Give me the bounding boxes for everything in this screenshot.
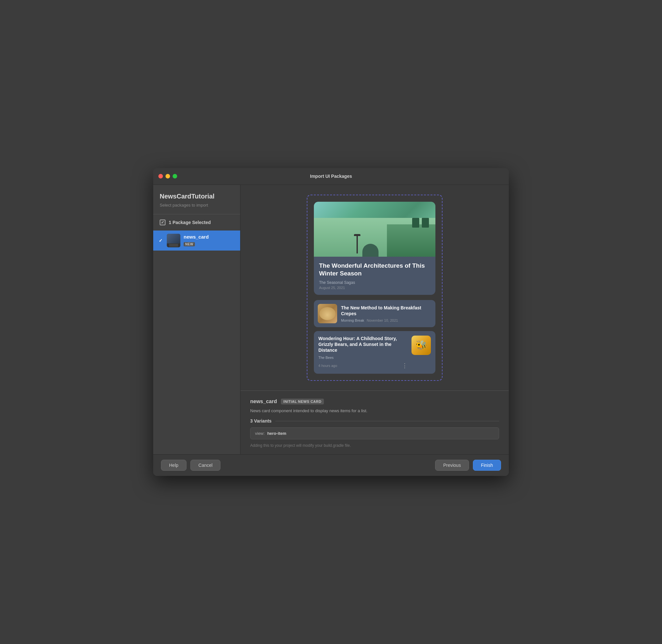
reverse-card: Wondering Hour: A Childhood Story, Grizz… [314, 331, 435, 374]
food-decoration [320, 307, 335, 320]
thumb-line-group [169, 244, 178, 246]
finish-button[interactable]: Finish [473, 460, 501, 471]
project-name: NewsCardTutorial [153, 193, 240, 203]
package-selected-checkbox[interactable] [160, 220, 166, 225]
cancel-button[interactable]: Cancel [190, 460, 221, 471]
package-name: news_card [184, 234, 236, 239]
hero-card: The Wonderful Architectures of This Wint… [314, 202, 435, 295]
main-content: NewsCardTutorial Select packages to impo… [153, 185, 509, 455]
reverse-card-source: The Bees [318, 355, 408, 360]
detail-description: News card component intended to display … [250, 408, 499, 413]
package-thumbnail [167, 234, 180, 247]
help-button[interactable]: Help [161, 460, 187, 471]
dots-menu-icon[interactable]: ⋮ [402, 362, 408, 369]
window-controls [158, 174, 177, 179]
bee-icon: 🐝 [416, 340, 427, 350]
variant-value: hero-item [267, 431, 286, 436]
title-bar: Import UI Packages [153, 168, 509, 185]
sidebar-divider [153, 214, 240, 214]
detail-package-name: news_card [250, 399, 277, 405]
thumb-line-1 [169, 244, 178, 245]
sidebar: NewsCardTutorial Select packages to impo… [153, 185, 240, 455]
package-info: news_card NEW [184, 234, 236, 247]
thumb-image [167, 234, 180, 244]
hero-content: The Wonderful Architectures of This Wint… [314, 257, 435, 295]
close-button[interactable] [158, 174, 163, 179]
detail-badge: INITIAL NEWS CARD [281, 399, 324, 405]
variant-row: view: hero-item [250, 428, 499, 439]
hero-date: August 25, 2021 [319, 286, 430, 290]
reverse-card-text: Wondering Hour: A Childhood Story, Grizz… [318, 336, 408, 370]
hero-source: The Seasonal Sagas [319, 280, 430, 285]
right-panel: The Wonderful Architectures of This Wint… [240, 185, 509, 455]
shutter-2 [422, 218, 429, 228]
building-wall-right [387, 224, 435, 257]
detail-header: news_card INITIAL NEWS CARD [250, 399, 499, 405]
horizontal-card-thumbnail [318, 304, 337, 323]
building-illustration [314, 211, 435, 257]
minimize-button[interactable] [166, 174, 170, 179]
reverse-card-title: Wondering Hour: A Childhood Story, Grizz… [318, 336, 408, 353]
previous-button[interactable]: Previous [435, 460, 469, 471]
detail-note: Adding this to your project will modify … [250, 443, 499, 448]
detail-panel: news_card INITIAL NEWS CARD News card co… [240, 391, 509, 454]
hero-image [314, 202, 435, 257]
variant-key: view: [255, 431, 265, 436]
package-checkbox[interactable]: ✓ [158, 238, 164, 244]
variants-label: 3 Variants [250, 418, 499, 423]
shutter-1 [412, 218, 419, 228]
reverse-card-time: 4 hours ago [318, 364, 337, 368]
sidebar-subtitle: Select packages to import [153, 203, 240, 214]
horizontal-card: The New Method to Making Breakfast Crepe… [314, 300, 435, 327]
thumb-line-3 [169, 246, 178, 246]
package-selected-row: 1 Package Selected [153, 220, 240, 231]
package-list-item[interactable]: ✓ news_card NEW [153, 231, 240, 251]
reverse-card-thumbnail: 🐝 [411, 336, 431, 355]
reverse-card-bottom: 4 hours ago ⋮ [318, 362, 408, 369]
street-lamp [357, 234, 358, 253]
package-selected-label: 1 Package Selected [169, 220, 211, 225]
horizontal-card-source: Morning Break [341, 318, 364, 322]
horizontal-card-text: The New Method to Making Breakfast Crepe… [341, 305, 431, 322]
thumb-lines [167, 244, 180, 247]
bottom-left-buttons: Help Cancel [161, 460, 220, 471]
bottom-right-buttons: Previous Finish [435, 460, 501, 471]
preview-area: The Wonderful Architectures of This Wint… [240, 185, 509, 391]
preview-container: The Wonderful Architectures of This Wint… [307, 194, 443, 381]
main-window: Import UI Packages NewsCardTutorial Sele… [153, 168, 509, 476]
package-badge: NEW [184, 242, 195, 246]
horizontal-card-title: The New Method to Making Breakfast Crepe… [341, 305, 431, 317]
horizontal-card-date: November 10, 2021 [367, 318, 398, 322]
hero-title: The Wonderful Architectures of This Wint… [319, 262, 430, 278]
horizontal-card-meta: Morning Break November 10, 2021 [341, 318, 431, 322]
window-shutters [412, 218, 429, 228]
bottom-bar: Help Cancel Previous Finish [153, 454, 509, 476]
maximize-button[interactable] [173, 174, 177, 179]
window-title: Import UI Packages [310, 174, 352, 179]
